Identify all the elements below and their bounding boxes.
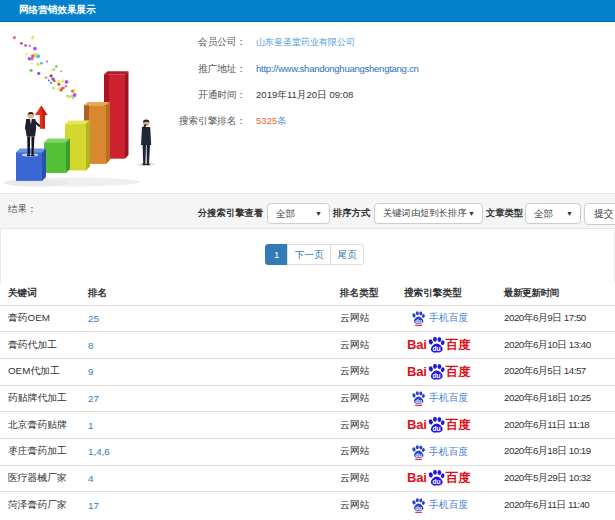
svg-text:du: du [432,479,440,486]
svg-text:du: du [415,505,422,511]
svg-text:du: du [432,345,440,352]
svg-text:du: du [415,398,422,404]
svg-text:du: du [415,318,422,324]
svg-text:du: du [432,372,440,379]
svg-text:du: du [432,425,440,432]
svg-text:du: du [415,451,422,457]
